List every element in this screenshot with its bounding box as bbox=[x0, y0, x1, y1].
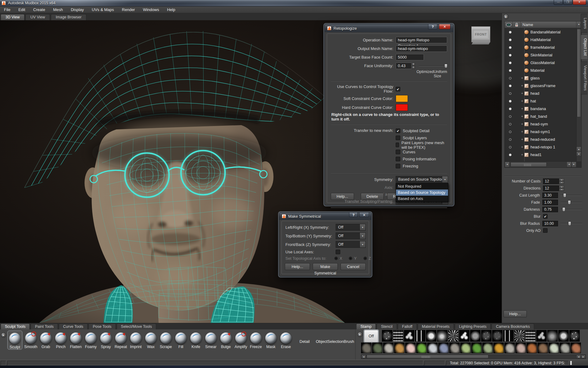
texture-corn[interactable] bbox=[493, 343, 504, 353]
dropdown-option-based-on-axis[interactable]: Based on Axis bbox=[396, 196, 448, 202]
object-row-head1[interactable]: +head1 bbox=[505, 151, 576, 159]
slider-thumb[interactable] bbox=[444, 64, 447, 68]
stamp-plaid[interactable] bbox=[393, 330, 403, 342]
tool-bulge[interactable]: Bulge bbox=[218, 331, 233, 349]
view-cube[interactable]: FRONT bbox=[471, 26, 490, 42]
texture-rose-gravel[interactable] bbox=[515, 343, 526, 353]
menu-item-windows[interactable]: Windows bbox=[139, 6, 163, 13]
chevron-down-icon[interactable]: ▼ bbox=[360, 224, 366, 231]
blur-checkbox[interactable]: ✔ bbox=[543, 214, 548, 219]
visible-dot-icon[interactable] bbox=[509, 108, 511, 110]
dialog-help-button[interactable]: ? bbox=[349, 213, 358, 217]
menu-item-mesh[interactable]: Mesh bbox=[49, 6, 67, 13]
object-row-glassesframe[interactable]: +glassesFrame bbox=[505, 82, 576, 90]
object-row-glass[interactable]: +glass bbox=[505, 74, 576, 82]
object-row-hat[interactable]: +hat bbox=[505, 97, 576, 105]
texture-pale-leaves[interactable] bbox=[460, 343, 471, 353]
texture-stone[interactable] bbox=[504, 343, 515, 353]
blur-radius-field[interactable]: 10.00 bbox=[542, 221, 558, 226]
hidden-dot-icon[interactable] bbox=[509, 138, 511, 141]
tool-item-detail[interactable]: Detail bbox=[300, 331, 310, 344]
number-of-casts-field[interactable]: 12 bbox=[543, 178, 559, 184]
checkbox-freezing[interactable] bbox=[396, 164, 400, 168]
chevron-down-icon[interactable]: ▼ bbox=[360, 232, 366, 239]
scroll-left-button[interactable]: ◄ bbox=[505, 162, 510, 167]
stamp-off-button[interactable]: Off bbox=[364, 330, 378, 342]
stamp-splat2[interactable] bbox=[470, 330, 481, 342]
visibility-cell[interactable] bbox=[505, 131, 516, 133]
menu-item-render[interactable]: Render bbox=[118, 6, 139, 13]
tool-smooth[interactable]: Smooth bbox=[23, 331, 38, 349]
tab-uv-view[interactable]: UV View bbox=[25, 14, 50, 20]
tree-expander[interactable]: + bbox=[520, 76, 524, 80]
tool-knife[interactable]: Knife bbox=[188, 331, 203, 349]
minimize-button[interactable]: — bbox=[554, 0, 563, 5]
tool-mask[interactable]: Mask bbox=[263, 331, 278, 349]
visibility-cell[interactable] bbox=[505, 85, 516, 87]
visible-dot-icon[interactable] bbox=[509, 69, 511, 72]
side-tab-object-list[interactable]: Object List bbox=[581, 34, 587, 60]
menu-item-display[interactable]: Display bbox=[67, 6, 88, 13]
visibility-cell[interactable] bbox=[505, 31, 516, 33]
visibility-cell[interactable] bbox=[505, 39, 516, 41]
texture-pale-moss[interactable] bbox=[548, 343, 559, 353]
visibility-cell[interactable] bbox=[505, 138, 516, 141]
spinner-down-icon[interactable]: ▼ bbox=[559, 188, 564, 191]
hidden-dot-icon[interactable] bbox=[509, 115, 511, 118]
dialog-help-button[interactable]: ? bbox=[428, 24, 437, 29]
hidden-dot-icon[interactable] bbox=[509, 146, 511, 148]
tab-stamp[interactable]: Stamp bbox=[356, 324, 376, 329]
stamp-fleck[interactable] bbox=[536, 330, 547, 342]
object-row-hat-band[interactable]: +hat_band bbox=[505, 113, 576, 120]
scroll-down-button[interactable]: ▼ bbox=[576, 151, 581, 156]
stamp-speckle[interactable] bbox=[382, 330, 392, 342]
tab-material-presets[interactable]: Material Presets bbox=[418, 324, 454, 329]
tab-camera-bookmarks[interactable]: Camera Bookmarks bbox=[492, 324, 534, 329]
visibility-cell[interactable] bbox=[505, 154, 516, 156]
make-symmetrical-button[interactable]: Make Symmetrical bbox=[313, 263, 338, 270]
stamp-cells[interactable] bbox=[514, 330, 525, 342]
menu-item-create[interactable]: Create bbox=[29, 6, 49, 13]
tab-falloff[interactable]: Falloff bbox=[398, 324, 417, 329]
tab-paint-tools[interactable]: Paint Tools bbox=[31, 324, 58, 329]
spinner-up-icon[interactable]: ▲ bbox=[559, 186, 564, 188]
delete-button[interactable]: Delete bbox=[361, 193, 384, 200]
preset-scroll-right-button[interactable]: ► bbox=[581, 355, 586, 358]
object-row-material[interactable]: Material bbox=[505, 67, 576, 74]
chevron-down-icon[interactable]: ▼ bbox=[442, 176, 448, 183]
fade-field[interactable]: 1.00 bbox=[542, 200, 558, 205]
visibility-cell[interactable] bbox=[505, 62, 516, 64]
texture-light-rock[interactable] bbox=[383, 343, 394, 353]
visibility-cell[interactable] bbox=[505, 92, 516, 95]
stamp-blob[interactable] bbox=[426, 330, 436, 342]
visibility-cell[interactable] bbox=[505, 100, 516, 102]
menu-item-help[interactable]: Help bbox=[163, 6, 179, 13]
dialog-close-button[interactable]: ✕ bbox=[439, 24, 450, 29]
preset-tray-expander-button[interactable]: ▸ bbox=[357, 332, 363, 337]
preset-scroll-left-button[interactable]: ◄ bbox=[361, 355, 366, 358]
tree-expander[interactable]: + bbox=[520, 99, 524, 103]
visible-dot-icon[interactable] bbox=[509, 154, 511, 156]
tree-expander[interactable]: + bbox=[520, 145, 524, 149]
stamp-stripes[interactable] bbox=[415, 330, 425, 342]
tree-expander[interactable]: + bbox=[520, 115, 524, 118]
checkbox-sculpt-layers[interactable] bbox=[396, 136, 400, 140]
spinner-up-icon[interactable]: ▲ bbox=[412, 63, 415, 66]
slider-thumb[interactable] bbox=[568, 221, 571, 226]
symmetry-combo-top-bottom-y-symmetry[interactable]: Off▼ bbox=[336, 232, 366, 239]
texture-stones[interactable] bbox=[560, 343, 570, 353]
tree-expander[interactable]: + bbox=[520, 138, 524, 141]
symmetry-combo-front-back-z-symmetry[interactable]: Off▼ bbox=[336, 241, 366, 248]
texture-pink-coral[interactable] bbox=[405, 343, 416, 353]
operation-name-input[interactable]: head-sym Retopo Operation 1 bbox=[396, 37, 447, 43]
texture-brown-rock[interactable] bbox=[537, 343, 548, 353]
stamp-scatter[interactable] bbox=[459, 330, 469, 342]
hidden-dot-icon[interactable] bbox=[509, 123, 511, 125]
texture-moss[interactable] bbox=[416, 343, 427, 353]
tree-expander[interactable]: + bbox=[520, 107, 524, 110]
preset-scroll-left-button-2[interactable]: ◄ bbox=[576, 355, 581, 358]
preset-scrollbar[interactable]: ◄ ◄ ► bbox=[361, 355, 586, 359]
tool-erase[interactable]: Erase bbox=[278, 331, 293, 349]
tool-flatten[interactable]: Flatten bbox=[68, 331, 83, 349]
stamp-crackle[interactable] bbox=[448, 330, 458, 342]
